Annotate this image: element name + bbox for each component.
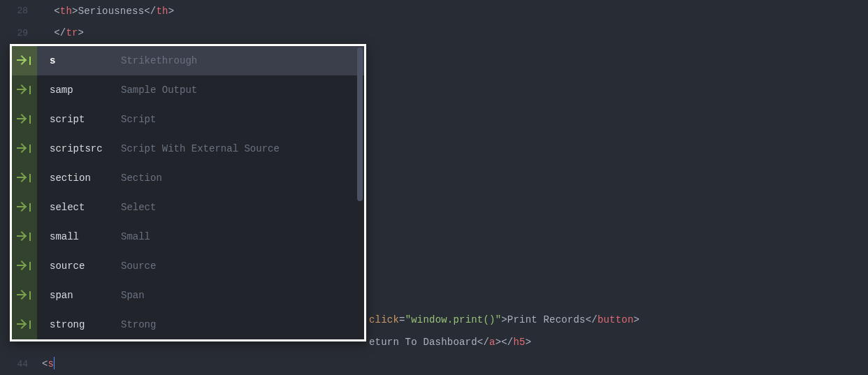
autocomplete-item-scriptsrc[interactable]: scriptsrcScript With External Source	[12, 134, 364, 163]
autocomplete-item-description: Source	[121, 260, 364, 272]
autocomplete-item-name: section	[37, 172, 121, 184]
autocomplete-item-description: Select	[121, 202, 364, 213]
snippet-icon	[12, 281, 37, 310]
snippet-icon	[12, 222, 37, 251]
line-number: 29	[0, 28, 42, 38]
autocomplete-item-name: samp	[37, 84, 121, 96]
autocomplete-item-span[interactable]: spanSpan	[12, 281, 364, 310]
autocomplete-item-description: Strong	[121, 319, 364, 330]
code-content[interactable]: eturn To Dashboard</a></h5>	[369, 337, 531, 348]
snippet-icon	[12, 75, 37, 105]
autocomplete-item-source[interactable]: sourceSource	[12, 251, 364, 281]
autocomplete-item-description: Sample Output	[121, 84, 364, 96]
line-number: 44	[0, 359, 42, 369]
autocomplete-item-description: Span	[121, 290, 364, 301]
code-line[interactable]: 44<s	[0, 353, 868, 376]
autocomplete-popup: sStrikethroughsampSample OutputscriptScr…	[10, 44, 366, 341]
snippet-icon	[12, 163, 37, 193]
autocomplete-item-name: s	[37, 55, 121, 66]
code-content[interactable]: click="window.print()">Print Records</bu…	[369, 314, 639, 325]
autocomplete-item-name: span	[37, 290, 121, 301]
autocomplete-item-name: select	[37, 202, 121, 213]
code-line[interactable]: 29 </tr>	[0, 22, 868, 45]
snippet-icon	[12, 46, 37, 75]
autocomplete-item-s[interactable]: sStrikethrough	[12, 46, 364, 75]
autocomplete-item-script[interactable]: scriptScript	[12, 105, 364, 134]
autocomplete-item-name: small	[37, 231, 121, 242]
code-content[interactable]: <th>Seriousness</th>	[42, 6, 174, 17]
autocomplete-item-description: Section	[121, 172, 364, 184]
autocomplete-item-name: source	[37, 260, 121, 272]
code-content[interactable]: <s	[42, 358, 55, 370]
snippet-icon	[12, 310, 37, 339]
autocomplete-scrollbar[interactable]	[357, 47, 363, 201]
autocomplete-item-section[interactable]: sectionSection	[12, 163, 364, 193]
autocomplete-item-name: scriptsrc	[37, 143, 121, 154]
code-line[interactable]: 28 <th>Seriousness</th>	[0, 0, 868, 22]
autocomplete-item-name: script	[37, 114, 121, 125]
autocomplete-item-description: Script With External Source	[121, 143, 364, 154]
line-number: 28	[0, 6, 42, 16]
autocomplete-item-description: Small	[121, 231, 364, 242]
autocomplete-item-samp[interactable]: sampSample Output	[12, 75, 364, 105]
snippet-icon	[12, 251, 37, 281]
code-content[interactable]: </tr>	[42, 27, 84, 38]
autocomplete-item-select[interactable]: selectSelect	[12, 193, 364, 222]
autocomplete-item-description: Script	[121, 114, 364, 125]
text-cursor	[54, 357, 55, 369]
snippet-icon	[12, 105, 37, 134]
autocomplete-item-small[interactable]: smallSmall	[12, 222, 364, 251]
autocomplete-item-description: Strikethrough	[121, 55, 364, 66]
snippet-icon	[12, 193, 37, 222]
autocomplete-item-strong[interactable]: strongStrong	[12, 310, 364, 339]
autocomplete-item-name: strong	[37, 319, 121, 330]
snippet-icon	[12, 134, 37, 163]
